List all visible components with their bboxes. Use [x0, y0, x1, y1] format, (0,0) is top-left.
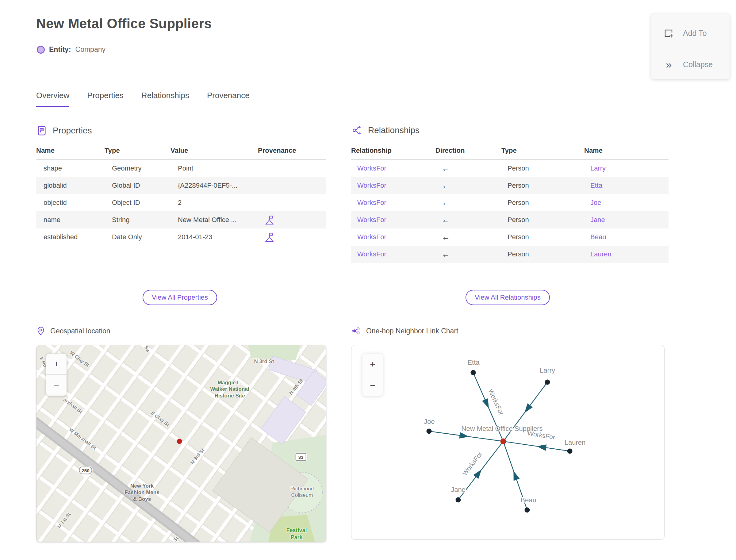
relationships-section-title: Relationships: [368, 125, 420, 135]
route-shield-250: 250: [79, 467, 92, 474]
property-value: Point: [171, 160, 258, 177]
chart-zoom-in-button[interactable]: +: [362, 354, 383, 375]
map[interactable]: k RdW Clay StSaarshall StW Marshall StE …: [36, 345, 326, 542]
relationship-type-link[interactable]: WorksFor: [357, 164, 386, 172]
chart-zoom-out-button[interactable]: −: [362, 375, 383, 396]
link-chart[interactable]: WorksForWorksForWorksForEttaLarryJoeJane…: [351, 345, 665, 540]
column-header-name: Name: [36, 147, 105, 160]
tab-provenance[interactable]: Provenance: [207, 91, 250, 107]
link-chart-section-title: One-hop Neighbor Link Chart: [366, 327, 458, 335]
entity-location-marker[interactable]: [177, 439, 182, 444]
relationship-type-link[interactable]: WorksFor: [357, 250, 386, 258]
entity-label: Entity:: [49, 45, 71, 54]
column-header-value: Value: [171, 147, 258, 160]
property-name: established: [36, 228, 105, 246]
property-type: String: [105, 211, 171, 228]
relationship-row-lauren: WorksFor←PersonLauren: [351, 246, 669, 263]
property-row-shape: shapeGeometryPoint: [36, 160, 326, 177]
tab-properties[interactable]: Properties: [87, 91, 124, 107]
entity-type-icon: [37, 46, 45, 54]
edge-arrow: [522, 403, 533, 415]
relationships-table: RelationshipDirectionTypeName WorksFor←P…: [351, 147, 669, 263]
properties-section-header: Properties: [36, 125, 92, 136]
relationship-row-larry: WorksFor←PersonLarry: [351, 160, 669, 177]
action-panel: Add To » Collapse: [651, 14, 730, 79]
direction-arrow: ←: [442, 198, 450, 207]
node-etta[interactable]: [471, 370, 476, 375]
link-chart-section-header: One-hop Neighbor Link Chart: [352, 326, 458, 336]
edge-arrow: [482, 398, 492, 410]
relationships-table-header: RelationshipDirectionTypeName: [351, 147, 669, 160]
node-center-entity[interactable]: [500, 439, 506, 444]
related-entity-link[interactable]: Larry: [590, 164, 606, 172]
view-all-relationships-button[interactable]: View All Relationships: [466, 290, 550, 305]
map-zoom-out-button[interactable]: −: [46, 375, 67, 396]
direction-arrow: ←: [442, 215, 450, 224]
relationship-row-beau: WorksFor←PersonBeau: [351, 228, 669, 246]
column-header-type: Type: [105, 147, 171, 160]
related-entity-link[interactable]: Jane: [590, 216, 605, 224]
tabs: OverviewPropertiesRelationshipsProvenanc…: [36, 91, 250, 107]
node-jane[interactable]: [456, 497, 461, 503]
property-provenance: [258, 228, 326, 246]
related-entity-link[interactable]: Joe: [590, 199, 601, 206]
property-row-globalid: globalidGlobal ID{A228944F-0EF5-...: [36, 177, 326, 194]
map-zoom-in-button[interactable]: +: [46, 354, 67, 374]
collapse-button[interactable]: » Collapse: [651, 53, 730, 75]
add-to-label: Add To: [683, 29, 707, 38]
edge-arrow: [473, 467, 484, 479]
relationship-type-link[interactable]: WorksFor: [357, 199, 386, 206]
property-name: name: [36, 211, 105, 228]
add-to-icon: [663, 28, 674, 38]
property-name: objectid: [36, 194, 105, 211]
node-label-jane: Jane: [451, 486, 466, 493]
map-pin-icon: [36, 326, 45, 336]
provenance-flag-icon[interactable]: [265, 232, 274, 242]
add-to-button[interactable]: Add To: [651, 22, 730, 44]
column-header-name: Name: [584, 147, 669, 160]
property-value: {A228944F-0EF5-...: [171, 177, 258, 194]
property-type: Date Only: [105, 228, 171, 246]
relationship-type-link[interactable]: WorksFor: [357, 182, 386, 189]
route-shield-33: 33: [296, 453, 306, 461]
geospatial-section-title: Geospatial location: [50, 327, 110, 335]
relationship-type-link[interactable]: WorksFor: [357, 216, 386, 224]
related-entity-type: Person: [501, 177, 584, 194]
node-lauren[interactable]: [567, 449, 573, 454]
collapse-label: Collapse: [683, 60, 713, 69]
node-larry[interactable]: [545, 380, 550, 385]
tab-relationships[interactable]: Relationships: [141, 91, 189, 107]
property-provenance: [258, 194, 326, 211]
edge-lauren: [503, 441, 570, 451]
geospatial-section-header: Geospatial location: [36, 326, 110, 336]
view-all-properties-button[interactable]: View All Properties: [143, 290, 217, 305]
relationships-section-header: Relationships: [352, 125, 420, 136]
related-entity-link[interactable]: Lauren: [590, 250, 611, 258]
relationships-table-body: WorksFor←PersonLarryWorksFor←PersonEttaW…: [351, 160, 669, 263]
related-entity-type: Person: [501, 194, 584, 211]
tab-overview[interactable]: Overview: [36, 91, 69, 107]
property-provenance: [258, 211, 326, 228]
related-entity-link[interactable]: Beau: [590, 233, 606, 241]
node-beau[interactable]: [525, 508, 530, 513]
property-name: globalid: [36, 177, 105, 194]
related-entity-link[interactable]: Etta: [590, 182, 602, 189]
properties-section-title: Properties: [53, 126, 92, 136]
provenance-flag-icon[interactable]: [265, 215, 274, 225]
map-features: [36, 345, 326, 542]
properties-table-body: shapeGeometryPointglobalidGlobal ID{A228…: [36, 160, 326, 246]
link-chart-icon: [352, 326, 361, 336]
node-joe[interactable]: [427, 429, 432, 434]
edge-arrow: [459, 432, 470, 440]
collapse-icon: »: [663, 59, 674, 70]
node-label-larry: Larry: [540, 366, 555, 374]
property-value: New Metal Office ...: [171, 211, 258, 228]
direction-arrow: ←: [442, 232, 450, 242]
property-type: Global ID: [105, 177, 171, 194]
relationship-type-link[interactable]: WorksFor: [357, 233, 386, 241]
relationship-row-joe: WorksFor←PersonJoe: [351, 194, 669, 211]
link-chart-canvas: WorksForWorksForWorksForEttaLarryJoeJane…: [351, 345, 664, 539]
relationship-row-jane: WorksFor←PersonJane: [351, 211, 669, 228]
node-label-etta: Etta: [467, 359, 480, 366]
entity-badge: Entity: Company: [37, 45, 105, 54]
